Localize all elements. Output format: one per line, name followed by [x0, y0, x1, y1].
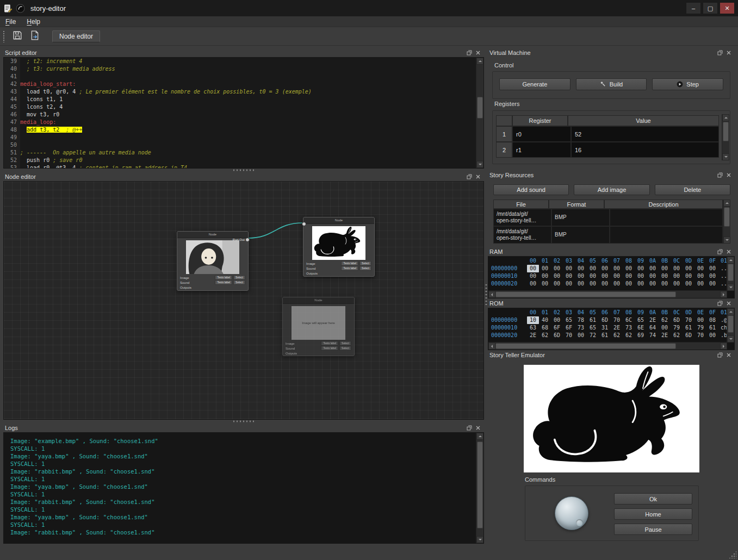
- hex-byte[interactable]: 62: [671, 332, 683, 339]
- hex-byte[interactable]: 00: [647, 272, 659, 280]
- export-script-button[interactable]: [27, 29, 42, 44]
- menu-item-file[interactable]: File: [0, 16, 21, 27]
- ram-hscrollbar[interactable]: [488, 290, 727, 298]
- hex-byte[interactable]: 62: [611, 332, 623, 339]
- scroll-up-icon[interactable]: [722, 114, 729, 121]
- hex-byte[interactable]: 65: [635, 316, 647, 324]
- close-icon[interactable]: [475, 173, 481, 180]
- hex-byte[interactable]: 61: [706, 324, 718, 332]
- add-sound-button[interactable]: Add sound: [493, 184, 569, 195]
- hex-byte[interactable]: 69: [635, 332, 647, 339]
- register-value-cell[interactable]: 52: [571, 126, 719, 142]
- logs-content[interactable]: Image: "example.bmp" , Sound: "choose1.s…: [3, 432, 484, 544]
- hex-byte[interactable]: 00: [647, 280, 659, 288]
- hex-byte[interactable]: 00: [551, 272, 563, 280]
- hex-byte[interactable]: 62: [539, 332, 551, 339]
- output-port-icon[interactable]: [245, 238, 250, 242]
- float-icon[interactable]: [717, 49, 723, 56]
- hex-byte[interactable]: 2E: [611, 324, 623, 332]
- close-icon[interactable]: [475, 49, 481, 56]
- hex-byte[interactable]: 00: [563, 280, 575, 288]
- hex-byte[interactable]: 00: [659, 272, 671, 280]
- scrollbar-thumb[interactable]: [723, 122, 729, 141]
- hex-byte[interactable]: 31: [599, 324, 611, 332]
- hex-byte[interactable]: 10: [527, 316, 539, 324]
- hex-byte[interactable]: 00: [599, 265, 611, 272]
- hex-byte[interactable]: 6F: [551, 324, 563, 332]
- script-editor-content[interactable]: 39 ; t2: increment 440 ; t3: current med…: [3, 57, 484, 169]
- pause-button[interactable]: Pause: [614, 524, 692, 535]
- rom-hscrollbar[interactable]: [488, 342, 727, 350]
- delete-button[interactable]: Delete: [655, 184, 730, 195]
- float-icon[interactable]: [466, 425, 473, 431]
- tests-label-button[interactable]: Tests label: [215, 275, 232, 280]
- scrollbar-thumb[interactable]: [477, 97, 483, 119]
- logs-titlebar[interactable]: Logs: [3, 423, 484, 432]
- hex-byte[interactable]: 00: [587, 272, 599, 280]
- hex-byte[interactable]: 6D: [599, 316, 611, 324]
- hex-byte[interactable]: 78: [575, 316, 587, 324]
- logs-scrollbar[interactable]: [476, 433, 483, 543]
- hex-byte[interactable]: 00: [587, 280, 599, 288]
- hex-byte[interactable]: 00: [659, 265, 671, 272]
- select-button[interactable]: Select: [359, 266, 371, 271]
- hex-byte[interactable]: 00: [635, 280, 647, 288]
- scrollbar-thumb[interactable]: [724, 207, 730, 227]
- save-button[interactable]: [10, 29, 25, 44]
- media-node-empty[interactable]: NodeImage will appear hereImageTests lab…: [282, 297, 355, 356]
- tests-label-button[interactable]: Tests label: [341, 261, 358, 266]
- select-button[interactable]: Select: [339, 341, 351, 346]
- main-splitter-handle[interactable]: [484, 46, 488, 544]
- scroll-up-icon[interactable]: [727, 257, 734, 264]
- hex-byte[interactable]: 00: [635, 265, 647, 272]
- hex-byte[interactable]: 6C: [623, 316, 635, 324]
- node-titlebar[interactable]: Node: [303, 217, 374, 224]
- scroll-down-icon[interactable]: [722, 153, 729, 160]
- hex-byte[interactable]: 70: [683, 316, 694, 324]
- select-button[interactable]: Select: [233, 275, 245, 280]
- scroll-left-icon[interactable]: [488, 343, 495, 350]
- script-editor-titlebar[interactable]: Script editor: [3, 48, 484, 57]
- hex-byte[interactable]: 6E: [635, 324, 647, 332]
- scroll-down-icon[interactable]: [727, 284, 734, 291]
- scroll-down-icon[interactable]: [727, 335, 734, 343]
- hex-byte[interactable]: 6D: [671, 316, 683, 324]
- script-scrollbar[interactable]: [476, 58, 483, 168]
- hex-byte[interactable]: 00: [527, 265, 539, 272]
- hex-byte[interactable]: 00: [659, 324, 671, 332]
- tests-label-button[interactable]: Tests label: [321, 341, 338, 346]
- hex-byte[interactable]: 00: [575, 332, 587, 339]
- media-node-girl[interactable]: NodePort OutImageTests labelSelectSoundT…: [177, 231, 249, 291]
- generate-button[interactable]: Generate: [499, 78, 570, 90]
- scroll-down-icon[interactable]: [476, 161, 483, 168]
- hex-byte[interactable]: 00: [575, 265, 587, 272]
- scroll-right-icon[interactable]: [720, 291, 727, 298]
- register-row[interactable]: 1r052: [496, 126, 719, 142]
- ram-titlebar[interactable]: RAM: [488, 247, 735, 256]
- hex-byte[interactable]: 00: [671, 272, 683, 280]
- hex-byte[interactable]: 00: [587, 265, 599, 272]
- hex-byte[interactable]: 65: [587, 324, 599, 332]
- node-editor-titlebar[interactable]: Node editor: [3, 172, 484, 181]
- hex-byte[interactable]: 62: [659, 316, 671, 324]
- hex-byte[interactable]: 00: [599, 272, 611, 280]
- hex-byte[interactable]: 00: [635, 272, 647, 280]
- hex-byte[interactable]: 65: [563, 316, 575, 324]
- register-row[interactable]: 2r116: [496, 142, 719, 158]
- hex-byte[interactable]: 00: [671, 265, 683, 272]
- hex-byte[interactable]: 00: [683, 265, 694, 272]
- hex-byte[interactable]: 00: [563, 265, 575, 272]
- file-cell[interactable]: /mnt/data/git/ open-story-tell…: [493, 209, 551, 226]
- close-icon[interactable]: [475, 425, 481, 431]
- file-cell[interactable]: /mnt/data/git/ open-story-tell…: [493, 226, 551, 244]
- rom-vscrollbar[interactable]: [727, 308, 734, 343]
- add-image-button[interactable]: Add image: [574, 184, 649, 195]
- window-resize-grip[interactable]: [729, 551, 736, 558]
- hex-byte[interactable]: 00: [706, 280, 718, 288]
- hex-byte[interactable]: 00: [551, 280, 563, 288]
- description-cell[interactable]: [610, 226, 723, 244]
- hex-byte[interactable]: 00: [575, 280, 587, 288]
- hex-byte[interactable]: 2E: [647, 316, 659, 324]
- scroll-up-icon[interactable]: [727, 308, 734, 315]
- scroll-left-icon[interactable]: [488, 291, 495, 298]
